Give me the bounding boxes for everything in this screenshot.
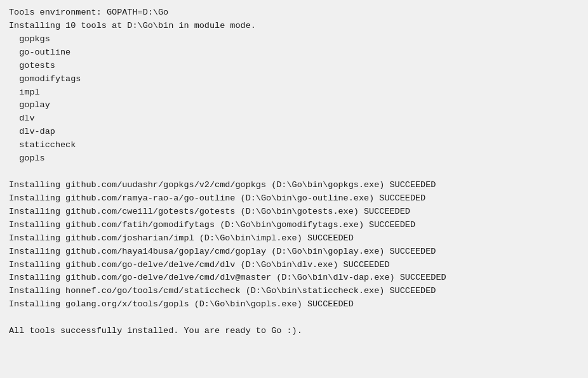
terminal-line: Installing github.com/go-delve/delve/cmd… [9, 259, 579, 272]
terminal-line: Installing golang.org/x/tools/gopls (D:\… [9, 298, 579, 311]
terminal-line: All tools successfully installed. You ar… [9, 325, 579, 338]
terminal-empty-line [9, 166, 579, 179]
terminal-output: Tools environment: GOPATH=D:\GoInstallin… [0, 0, 588, 378]
terminal-line: go-outline [9, 46, 579, 60]
terminal-line: Installing github.com/go-delve/delve/cmd… [9, 271, 579, 285]
terminal-line: impl [9, 86, 579, 100]
terminal-line: Installing github.com/josharian/impl (D:… [9, 232, 579, 245]
terminal-line: Installing github.com/fatih/gomodifytags… [9, 219, 579, 232]
terminal-line: Installing github.com/cweill/gotests/got… [9, 205, 579, 219]
terminal-line: gopls [9, 152, 579, 166]
terminal-line: Installing honnef.co/go/tools/cmd/static… [9, 285, 579, 298]
terminal-line: Tools environment: GOPATH=D:\Go [9, 6, 579, 20]
terminal-empty-line [9, 311, 579, 325]
terminal-line: Installing github.com/haya14busa/goplay/… [9, 245, 579, 259]
terminal-line: goplay [9, 99, 579, 112]
terminal-line: Installing github.com/ramya-rao-a/go-out… [9, 192, 579, 205]
terminal-line: gotests [9, 60, 579, 73]
terminal-line: dlv-dap [9, 126, 579, 139]
terminal-line: Installing 10 tools at D:\Go\bin in modu… [9, 20, 579, 33]
terminal-line: staticcheck [9, 139, 579, 152]
terminal-line: gopkgs [9, 33, 579, 46]
terminal-line: gomodifytags [9, 73, 579, 86]
terminal-line: dlv [9, 112, 579, 126]
terminal-line: Installing github.com/uudashr/gopkgs/v2/… [9, 179, 579, 192]
